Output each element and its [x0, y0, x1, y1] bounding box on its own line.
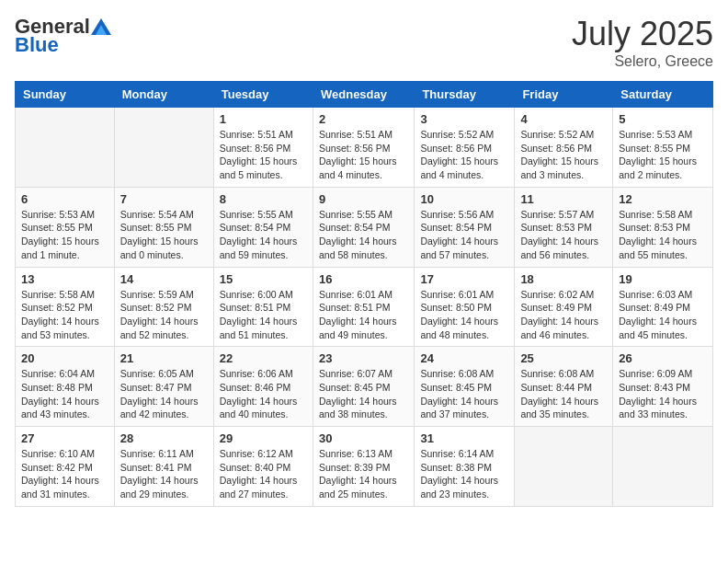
day-number: 17 [420, 272, 508, 286]
calendar-cell: 21Sunrise: 6:05 AMSunset: 8:47 PMDayligh… [114, 347, 213, 427]
day-info: Sunrise: 5:51 AMSunset: 8:56 PMDaylight:… [319, 128, 408, 182]
day-number: 30 [319, 431, 408, 445]
calendar-cell: 6Sunrise: 5:53 AMSunset: 8:55 PMDaylight… [16, 187, 115, 267]
day-number: 25 [520, 351, 607, 365]
col-thursday: Thursday [415, 82, 515, 108]
calendar-cell [613, 427, 713, 507]
day-number: 29 [220, 431, 307, 445]
day-info: Sunrise: 6:08 AMSunset: 8:45 PMDaylight:… [420, 367, 508, 421]
day-info: Sunrise: 5:53 AMSunset: 8:55 PMDaylight:… [21, 208, 108, 262]
day-info: Sunrise: 6:09 AMSunset: 8:43 PMDaylight:… [619, 367, 707, 421]
day-number: 13 [21, 272, 108, 286]
calendar-cell [16, 108, 115, 188]
day-info: Sunrise: 6:05 AMSunset: 8:47 PMDaylight:… [120, 367, 208, 421]
day-number: 12 [619, 192, 707, 206]
logo: General Blue [15, 15, 112, 57]
calendar: Sunday Monday Tuesday Wednesday Thursday… [15, 81, 713, 507]
day-number: 1 [220, 112, 307, 126]
day-info: Sunrise: 6:00 AMSunset: 8:51 PMDaylight:… [220, 288, 307, 342]
day-info: Sunrise: 5:56 AMSunset: 8:54 PMDaylight:… [420, 208, 508, 262]
calendar-cell: 12Sunrise: 5:58 AMSunset: 8:53 PMDayligh… [613, 187, 713, 267]
day-info: Sunrise: 5:55 AMSunset: 8:54 PMDaylight:… [220, 208, 307, 262]
day-number: 16 [319, 272, 408, 286]
day-info: Sunrise: 5:51 AMSunset: 8:56 PMDaylight:… [220, 128, 307, 182]
day-info: Sunrise: 5:54 AMSunset: 8:55 PMDaylight:… [120, 208, 208, 262]
day-info: Sunrise: 6:13 AMSunset: 8:39 PMDaylight:… [319, 447, 408, 501]
day-number: 23 [319, 351, 408, 365]
day-info: Sunrise: 6:10 AMSunset: 8:42 PMDaylight:… [21, 447, 108, 501]
col-wednesday: Wednesday [313, 82, 414, 108]
day-number: 22 [220, 351, 307, 365]
calendar-cell: 30Sunrise: 6:13 AMSunset: 8:39 PMDayligh… [313, 427, 414, 507]
day-number: 26 [619, 351, 707, 365]
calendar-cell: 2Sunrise: 5:51 AMSunset: 8:56 PMDaylight… [313, 108, 414, 188]
col-friday: Friday [515, 82, 613, 108]
day-number: 31 [420, 431, 508, 445]
day-number: 14 [120, 272, 208, 286]
calendar-cell: 8Sunrise: 5:55 AMSunset: 8:54 PMDaylight… [213, 187, 313, 267]
day-info: Sunrise: 6:14 AMSunset: 8:38 PMDaylight:… [420, 447, 508, 501]
month-year: July 2025 [572, 15, 713, 53]
calendar-cell: 18Sunrise: 6:02 AMSunset: 8:49 PMDayligh… [515, 267, 613, 347]
calendar-cell: 10Sunrise: 5:56 AMSunset: 8:54 PMDayligh… [415, 187, 515, 267]
calendar-cell: 7Sunrise: 5:54 AMSunset: 8:55 PMDaylight… [114, 187, 213, 267]
day-info: Sunrise: 5:58 AMSunset: 8:52 PMDaylight:… [21, 288, 108, 342]
day-number: 10 [420, 192, 508, 206]
calendar-cell: 14Sunrise: 5:59 AMSunset: 8:52 PMDayligh… [114, 267, 213, 347]
day-number: 19 [619, 272, 707, 286]
calendar-cell: 27Sunrise: 6:10 AMSunset: 8:42 PMDayligh… [16, 427, 115, 507]
calendar-cell [515, 427, 613, 507]
calendar-cell: 17Sunrise: 6:01 AMSunset: 8:50 PMDayligh… [415, 267, 515, 347]
calendar-cell: 26Sunrise: 6:09 AMSunset: 8:43 PMDayligh… [613, 347, 713, 427]
day-info: Sunrise: 6:02 AMSunset: 8:49 PMDaylight:… [520, 288, 607, 342]
day-info: Sunrise: 5:58 AMSunset: 8:53 PMDaylight:… [619, 208, 707, 262]
calendar-row: 6Sunrise: 5:53 AMSunset: 8:55 PMDaylight… [16, 187, 713, 267]
logo-icon [91, 18, 111, 35]
col-monday: Monday [114, 82, 213, 108]
day-info: Sunrise: 6:06 AMSunset: 8:46 PMDaylight:… [220, 367, 307, 421]
day-info: Sunrise: 5:52 AMSunset: 8:56 PMDaylight:… [520, 128, 607, 182]
calendar-row: 27Sunrise: 6:10 AMSunset: 8:42 PMDayligh… [16, 427, 713, 507]
day-info: Sunrise: 6:04 AMSunset: 8:48 PMDaylight:… [21, 367, 108, 421]
calendar-cell: 23Sunrise: 6:07 AMSunset: 8:45 PMDayligh… [313, 347, 414, 427]
day-info: Sunrise: 6:01 AMSunset: 8:50 PMDaylight:… [420, 288, 508, 342]
day-number: 2 [319, 112, 408, 126]
calendar-cell: 25Sunrise: 6:08 AMSunset: 8:44 PMDayligh… [515, 347, 613, 427]
day-info: Sunrise: 6:11 AMSunset: 8:41 PMDaylight:… [120, 447, 208, 501]
day-info: Sunrise: 5:53 AMSunset: 8:55 PMDaylight:… [619, 128, 707, 182]
calendar-cell: 3Sunrise: 5:52 AMSunset: 8:56 PMDaylight… [415, 108, 515, 188]
calendar-cell: 20Sunrise: 6:04 AMSunset: 8:48 PMDayligh… [16, 347, 115, 427]
col-saturday: Saturday [613, 82, 713, 108]
calendar-cell: 22Sunrise: 6:06 AMSunset: 8:46 PMDayligh… [213, 347, 313, 427]
page-header: General Blue July 2025 Selero, Greece [15, 15, 713, 70]
day-number: 15 [220, 272, 307, 286]
day-number: 18 [520, 272, 607, 286]
calendar-cell: 29Sunrise: 6:12 AMSunset: 8:40 PMDayligh… [213, 427, 313, 507]
calendar-row: 20Sunrise: 6:04 AMSunset: 8:48 PMDayligh… [16, 347, 713, 427]
day-number: 21 [120, 351, 208, 365]
day-info: Sunrise: 6:07 AMSunset: 8:45 PMDaylight:… [319, 367, 408, 421]
calendar-cell: 1Sunrise: 5:51 AMSunset: 8:56 PMDaylight… [213, 108, 313, 188]
day-number: 5 [619, 112, 707, 126]
day-number: 7 [120, 192, 208, 206]
day-number: 3 [420, 112, 508, 126]
calendar-cell: 11Sunrise: 5:57 AMSunset: 8:53 PMDayligh… [515, 187, 613, 267]
calendar-cell: 5Sunrise: 5:53 AMSunset: 8:55 PMDaylight… [613, 108, 713, 188]
calendar-cell: 9Sunrise: 5:55 AMSunset: 8:54 PMDaylight… [313, 187, 414, 267]
location: Selero, Greece [572, 53, 713, 70]
day-number: 8 [220, 192, 307, 206]
day-number: 4 [520, 112, 607, 126]
calendar-cell: 15Sunrise: 6:00 AMSunset: 8:51 PMDayligh… [213, 267, 313, 347]
day-number: 27 [21, 431, 108, 445]
day-info: Sunrise: 6:08 AMSunset: 8:44 PMDaylight:… [520, 367, 607, 421]
day-info: Sunrise: 6:03 AMSunset: 8:49 PMDaylight:… [619, 288, 707, 342]
day-number: 6 [21, 192, 108, 206]
day-number: 28 [120, 431, 208, 445]
calendar-row: 1Sunrise: 5:51 AMSunset: 8:56 PMDaylight… [16, 108, 713, 188]
col-sunday: Sunday [16, 82, 115, 108]
calendar-cell: 4Sunrise: 5:52 AMSunset: 8:56 PMDaylight… [515, 108, 613, 188]
calendar-header-row: Sunday Monday Tuesday Wednesday Thursday… [16, 82, 713, 108]
title-block: July 2025 Selero, Greece [572, 15, 713, 70]
calendar-cell: 19Sunrise: 6:03 AMSunset: 8:49 PMDayligh… [613, 267, 713, 347]
calendar-cell: 28Sunrise: 6:11 AMSunset: 8:41 PMDayligh… [114, 427, 213, 507]
